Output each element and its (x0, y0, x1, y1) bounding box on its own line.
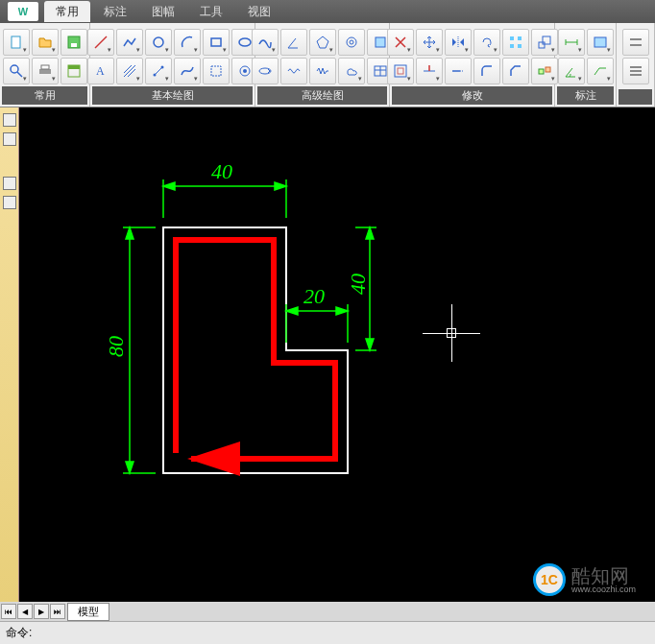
watermark-url: www.coozhi.com (571, 585, 636, 594)
wave-button[interactable] (280, 58, 307, 84)
polygon-button[interactable] (309, 29, 336, 56)
palette-icon-2[interactable] (3, 132, 16, 146)
dim-style-button[interactable] (587, 29, 614, 56)
line-button[interactable] (87, 29, 114, 56)
point-button[interactable] (145, 58, 172, 84)
trim-button[interactable] (416, 58, 443, 84)
model-canvas[interactable]: 40 20 40 80 (19, 107, 655, 602)
model-tab[interactable]: 模型 (67, 603, 109, 621)
tab-bar: W 常用 标注 图幅 工具 视图 (0, 0, 655, 23)
overflow1-button[interactable] (622, 29, 649, 56)
nav-last-button[interactable]: ⏭ (50, 604, 65, 619)
mirror-button[interactable] (445, 29, 472, 56)
arc-button[interactable] (174, 29, 201, 56)
drawing-svg: 40 20 40 80 (19, 107, 636, 602)
svg-rect-47 (630, 44, 642, 46)
zoom-button[interactable] (3, 58, 30, 84)
circle-button[interactable] (145, 29, 172, 56)
tab-tools[interactable]: 工具 (188, 1, 234, 22)
ribbon-label-basic: 基本绘图 (92, 86, 253, 105)
hatch-button[interactable] (116, 58, 143, 84)
svg-rect-17 (211, 66, 221, 76)
watermark-badge: 1C (533, 563, 566, 596)
open-button[interactable] (32, 29, 59, 56)
move-button[interactable] (416, 29, 443, 56)
explode-button[interactable] (531, 58, 558, 84)
rotate-button[interactable] (473, 29, 500, 56)
svg-marker-69 (126, 227, 133, 239)
svg-rect-41 (546, 67, 550, 72)
zigzag-button[interactable] (309, 58, 336, 84)
app-logo: W (8, 2, 38, 21)
offset-button[interactable] (387, 58, 414, 84)
svg-rect-40 (539, 69, 544, 74)
new-button[interactable] (3, 29, 30, 56)
palette-icon-1[interactable] (3, 113, 16, 127)
svg-rect-32 (539, 42, 545, 48)
tab-sheet[interactable]: 图幅 (140, 1, 186, 22)
canvas-wrap: 40 20 40 80 (0, 107, 655, 602)
revolve-button[interactable] (252, 58, 279, 84)
dim-linear-button[interactable] (558, 29, 585, 56)
props-button[interactable] (61, 58, 87, 84)
svg-rect-30 (510, 44, 514, 48)
fillet-button[interactable] (473, 58, 500, 84)
nav-first-button[interactable]: ⏮ (1, 604, 16, 619)
tab-view[interactable]: 视图 (236, 1, 282, 22)
svg-rect-46 (630, 38, 642, 40)
ribbon-group-modify: 修改 (390, 23, 555, 107)
left-palette[interactable] (0, 107, 19, 602)
text-button[interactable]: A (87, 58, 114, 84)
dim-angle-button[interactable] (558, 58, 585, 84)
polyline-button[interactable] (116, 29, 143, 56)
nav-prev-button[interactable]: ◀ (17, 604, 33, 619)
scale-button[interactable] (531, 29, 558, 56)
svg-marker-54 (163, 182, 175, 190)
array-button[interactable] (502, 29, 529, 56)
save-button[interactable] (61, 29, 87, 56)
overflow2-button[interactable] (622, 58, 649, 84)
tab-common[interactable]: 常用 (44, 1, 90, 22)
svg-line-4 (17, 72, 22, 77)
ribbon-label-common: 常用 (2, 86, 87, 105)
spline2-button[interactable] (252, 29, 279, 56)
svg-marker-60 (336, 307, 348, 315)
spline-button[interactable] (174, 58, 201, 84)
ribbon-label-modify: 修改 (392, 86, 552, 105)
erase-button[interactable] (387, 29, 414, 56)
ribbon-label-overflow (619, 89, 652, 105)
svg-rect-33 (543, 36, 550, 44)
svg-text:A: A (96, 64, 105, 78)
svg-rect-0 (12, 36, 20, 48)
svg-rect-28 (510, 36, 514, 40)
svg-rect-11 (211, 38, 221, 46)
offset-arrowhead (187, 441, 240, 476)
svg-rect-5 (39, 69, 51, 74)
cloud-button[interactable] (338, 58, 365, 84)
extend-button[interactable] (445, 58, 472, 84)
rect-button[interactable] (203, 29, 230, 56)
dim-80: 80 (104, 336, 128, 357)
svg-marker-20 (317, 36, 328, 48)
angle-button[interactable] (280, 29, 307, 56)
palette-icon-4[interactable] (3, 196, 16, 209)
svg-rect-45 (594, 37, 606, 47)
tab-dim[interactable]: 标注 (92, 1, 138, 22)
ribbon: 常用 A 基本绘图 (0, 23, 655, 107)
chamfer-button[interactable] (502, 58, 529, 84)
palette-icon-3[interactable] (3, 177, 16, 190)
ribbon-group-dim: 标注 (555, 23, 617, 107)
command-label: 命令: (6, 625, 32, 641)
nav-next-button[interactable]: ▶ (34, 604, 49, 619)
dim-20: 20 (303, 284, 325, 308)
donut-button[interactable] (338, 29, 365, 56)
svg-rect-6 (41, 65, 49, 69)
print-button[interactable] (32, 58, 59, 84)
svg-rect-8 (68, 65, 80, 69)
ribbon-group-advanced: 高级绘图 (255, 23, 390, 107)
command-line[interactable]: 命令: (0, 621, 655, 644)
dim-leader-button[interactable] (587, 58, 614, 84)
ribbon-label-dim: 标注 (557, 86, 614, 105)
crop-button[interactable] (203, 58, 230, 84)
watermark-text: 酷知网 (571, 566, 636, 585)
